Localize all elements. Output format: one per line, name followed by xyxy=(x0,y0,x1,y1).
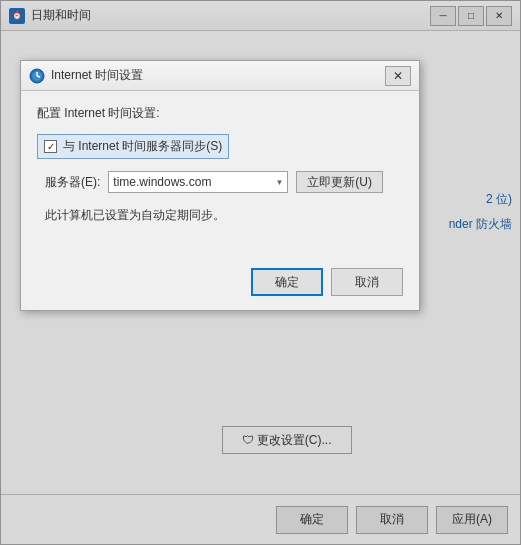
server-row: 服务器(E): time.windows.com ▼ 立即更新(U) xyxy=(37,171,403,193)
dialog-close-button[interactable]: ✕ xyxy=(385,66,411,86)
dialog-title-left: Internet 时间设置 xyxy=(29,67,143,84)
dropdown-arrow-icon: ▼ xyxy=(275,178,283,187)
dialog-titlebar: Internet 时间设置 ✕ xyxy=(21,61,419,91)
internet-time-dialog: Internet 时间设置 ✕ 配置 Internet 时间设置: ✓ 与 In… xyxy=(20,60,420,311)
sync-checkbox-row[interactable]: ✓ 与 Internet 时间服务器同步(S) xyxy=(37,134,229,159)
info-text: 此计算机已设置为自动定期同步。 xyxy=(37,207,403,224)
dialog-body: 配置 Internet 时间设置: ✓ 与 Internet 时间服务器同步(S… xyxy=(21,91,419,258)
dialog-title-text: Internet 时间设置 xyxy=(51,67,143,84)
svg-line-3 xyxy=(37,76,40,77)
sync-checkbox[interactable]: ✓ xyxy=(44,140,57,153)
dialog-cancel-button[interactable]: 取消 xyxy=(331,268,403,296)
sync-checkbox-label: 与 Internet 时间服务器同步(S) xyxy=(63,138,222,155)
server-label: 服务器(E): xyxy=(45,174,100,191)
dialog-header-label: 配置 Internet 时间设置: xyxy=(37,105,403,122)
server-dropdown[interactable]: time.windows.com ▼ xyxy=(108,171,288,193)
dialog-footer: 确定 取消 xyxy=(21,258,419,310)
update-now-button[interactable]: 立即更新(U) xyxy=(296,171,383,193)
dialog-clock-icon xyxy=(29,68,45,84)
server-value: time.windows.com xyxy=(113,175,211,189)
dialog-ok-button[interactable]: 确定 xyxy=(251,268,323,296)
